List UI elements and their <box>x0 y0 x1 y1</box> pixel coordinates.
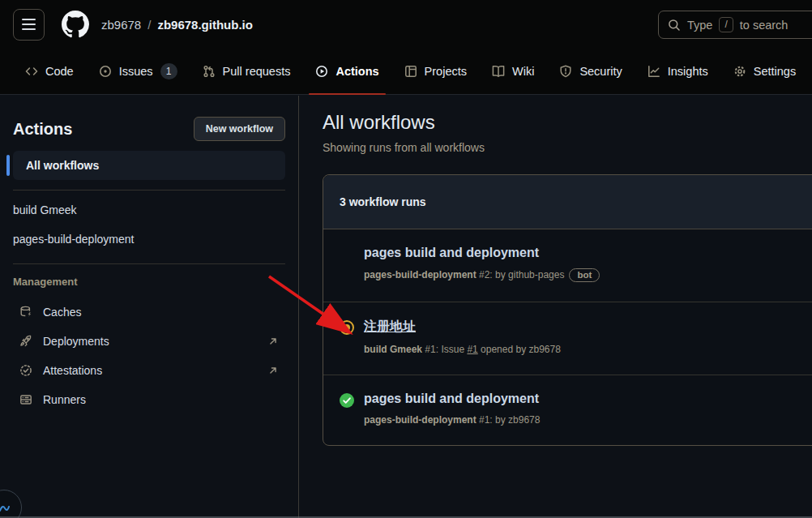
run-subtitle: build Gmeek #1: Issue #1 opened by zb967… <box>364 344 561 355</box>
tab-label: Issues <box>119 65 153 78</box>
tab-label: Wiki <box>512 65 534 78</box>
run-detail: opened by zb9678 <box>478 344 561 355</box>
runs-count-header: 3 workflow runs <box>323 175 812 229</box>
tab-pull-requests[interactable]: Pull requests <box>195 49 298 94</box>
tab-issues[interactable]: Issues 1 <box>92 49 185 94</box>
tab-settings[interactable]: Settings <box>726 49 803 94</box>
graph-icon <box>647 65 660 78</box>
tab-label: Code <box>45 65 74 78</box>
tab-security[interactable]: Security <box>552 49 629 94</box>
shield-icon <box>559 65 572 78</box>
gear-icon <box>733 65 746 78</box>
tab-code[interactable]: Code <box>18 49 81 94</box>
sidebar-divider <box>13 263 285 264</box>
server-icon <box>19 393 32 406</box>
run-detail: #2: by github-pages <box>477 269 565 280</box>
run-detail: #1: Issue <box>422 344 467 355</box>
git-pull-request-icon <box>203 65 216 78</box>
run-title-link[interactable]: pages build and deployment <box>364 392 540 406</box>
sidebar-item-workflow-build-gmeek[interactable]: build Gmeek <box>0 195 298 225</box>
issues-count-badge: 1 <box>160 63 177 79</box>
search-input[interactable]: Type / to search <box>658 11 812 39</box>
play-icon <box>315 65 328 78</box>
run-title-link[interactable]: 注册地址 <box>364 319 561 336</box>
search-icon <box>668 19 681 32</box>
sidebar-item-runners[interactable]: Runners <box>0 385 298 414</box>
search-placeholder-prefix: Type <box>687 19 712 32</box>
search-placeholder-suffix: to search <box>740 19 788 32</box>
search-slash-key-hint: / <box>719 17 733 32</box>
sidebar-item-label: Runners <box>43 393 86 406</box>
run-subtitle: pages-build-deployment #1: by zb9678 <box>364 414 540 426</box>
run-detail: #1: by zb9678 <box>477 414 541 426</box>
issue-opened-icon <box>99 65 112 78</box>
breadcrumb-owner-link[interactable]: zb9678 <box>101 18 141 32</box>
sidebar-title: Actions <box>13 120 72 139</box>
tab-insights[interactable]: Insights <box>640 49 716 94</box>
sidebar-item-attestations[interactable]: Attestations <box>0 356 298 385</box>
management-section-title: Management <box>0 269 298 298</box>
external-link-arrow-icon <box>267 365 279 376</box>
sidebar-item-deployments[interactable]: Deployments <box>0 327 298 356</box>
success-status-icon <box>340 393 354 426</box>
new-workflow-button[interactable]: New workflow <box>194 117 285 141</box>
cache-icon <box>19 306 32 319</box>
sidebar-item-label: Deployments <box>43 335 109 348</box>
sidebar-item-label: Attestations <box>43 364 102 377</box>
queued-status-icon <box>340 247 354 282</box>
tab-label: Settings <box>754 65 796 78</box>
table-icon <box>404 65 417 78</box>
tab-label: Insights <box>668 65 708 78</box>
code-icon <box>25 65 38 78</box>
run-workflow-name: pages-build-deployment <box>364 269 477 280</box>
breadcrumb-separator: / <box>147 18 151 32</box>
run-title-link[interactable]: pages build and deployment <box>364 246 600 260</box>
app-header: zb9678 / zb9678.github.io Type / to sear… <box>0 0 812 49</box>
verified-icon <box>19 364 32 377</box>
rocket-icon <box>19 335 32 348</box>
sidebar-divider <box>13 190 285 191</box>
sidebar-item-caches[interactable]: Caches <box>0 298 298 327</box>
repo-nav-tabs: Code Issues 1 Pull requests Actions Proj… <box>0 49 812 95</box>
run-subtitle: pages-build-deployment #2: by github-pag… <box>364 268 600 282</box>
issue-number-link[interactable]: #1 <box>467 344 477 355</box>
github-logo-icon[interactable] <box>62 11 89 38</box>
tab-label: Security <box>579 65 622 78</box>
tab-label: Actions <box>335 65 378 78</box>
sidebar-item-workflow-pages-build-deployment[interactable]: pages-build-deployment <box>0 225 298 254</box>
hamburger-menu-button[interactable] <box>13 9 45 41</box>
tab-label: Pull requests <box>223 65 291 78</box>
workflow-runs-main: All workflows Showing runs from all work… <box>300 96 812 518</box>
tab-projects[interactable]: Projects <box>397 49 474 94</box>
workflow-run-row[interactable]: pages build and deployment pages-build-d… <box>323 229 812 302</box>
sidebar-item-all-workflows[interactable]: All workflows <box>13 151 285 180</box>
breadcrumb-repo-link[interactable]: zb9678.github.io <box>157 18 253 32</box>
workflow-run-row[interactable]: 注册地址 build Gmeek #1: Issue #1 opened by … <box>323 302 812 375</box>
external-link-arrow-icon <box>267 336 279 347</box>
breadcrumb: zb9678 / zb9678.github.io <box>101 18 253 32</box>
page-title: All workflows <box>323 111 812 134</box>
tab-wiki[interactable]: Wiki <box>485 49 541 94</box>
sidebar-item-label: Caches <box>43 306 81 319</box>
tab-label: Projects <box>425 65 467 78</box>
waiting-status-icon <box>340 320 354 355</box>
actions-sidebar: Actions New workflow All workflows build… <box>0 96 299 518</box>
run-workflow-name: build Gmeek <box>364 344 422 355</box>
tab-actions[interactable]: Actions <box>308 49 386 94</box>
bot-badge: bot <box>569 268 600 282</box>
page-subtitle: Showing runs from all workflows <box>323 141 812 154</box>
run-workflow-name: pages-build-deployment <box>364 414 477 426</box>
workflow-runs-card: 3 workflow runs pages build and deployme… <box>323 174 812 446</box>
book-icon <box>492 65 505 78</box>
workflow-run-row[interactable]: pages build and deployment pages-build-d… <box>323 375 812 445</box>
